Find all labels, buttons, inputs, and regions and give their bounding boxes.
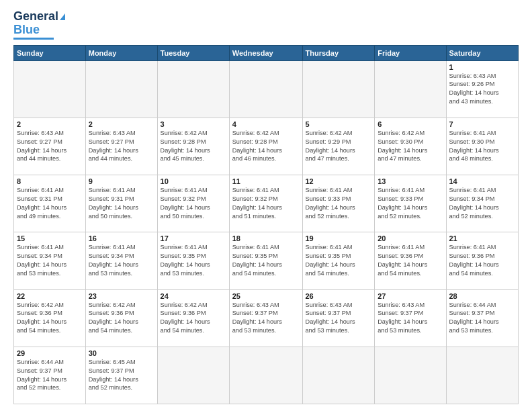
calendar-cell-empty [375, 347, 446, 404]
calendar-cell-25: 25Sunrise: 6:43 AMSunset: 9:37 PMDayligh… [229, 289, 302, 347]
calendar-cell-27: 27Sunrise: 6:43 AMSunset: 9:37 PMDayligh… [375, 289, 446, 347]
calendar-cell-17: 17Sunrise: 6:41 AMSunset: 9:35 PMDayligh… [157, 232, 229, 289]
col-header-thursday: Thursday [302, 45, 375, 60]
calendar-cell-empty [302, 347, 375, 404]
calendar-cell-10: 10Sunrise: 6:41 AMSunset: 9:32 PMDayligh… [157, 175, 229, 232]
calendar-cell-6: 6Sunrise: 6:42 AMSunset: 9:30 PMDaylight… [375, 118, 446, 175]
calendar-cell-26: 26Sunrise: 6:43 AMSunset: 9:37 PMDayligh… [302, 289, 375, 347]
calendar-cell-12: 12Sunrise: 6:41 AMSunset: 9:33 PMDayligh… [302, 175, 375, 232]
calendar-cell-24: 24Sunrise: 6:42 AMSunset: 9:36 PMDayligh… [157, 289, 229, 347]
calendar-cell-8: 8Sunrise: 6:41 AMSunset: 9:31 PMDaylight… [14, 175, 86, 232]
calendar-week-3: 8Sunrise: 6:41 AMSunset: 9:31 PMDaylight… [14, 175, 519, 232]
calendar-cell-13: 13Sunrise: 6:41 AMSunset: 9:33 PMDayligh… [375, 175, 446, 232]
calendar-cell-22: 22Sunrise: 6:42 AMSunset: 9:36 PMDayligh… [14, 289, 86, 347]
col-header-monday: Monday [85, 45, 157, 60]
calendar-cell-4: 4Sunrise: 6:42 AMSunset: 9:28 PMDaylight… [229, 118, 302, 175]
calendar-week-5: 22Sunrise: 6:42 AMSunset: 9:36 PMDayligh… [14, 289, 519, 347]
calendar-cell-29: 29Sunrise: 6:44 AMSunset: 9:37 PMDayligh… [14, 347, 86, 404]
calendar-cell-7: 7Sunrise: 6:41 AMSunset: 9:30 PMDaylight… [446, 118, 519, 175]
calendar-cell-empty [229, 60, 302, 118]
calendar-cell-15: 15Sunrise: 6:41 AMSunset: 9:34 PMDayligh… [14, 232, 86, 289]
calendar-cell-empty [302, 60, 375, 118]
calendar-body: 1Sunrise: 6:43 AMSunset: 9:26 PMDaylight… [14, 60, 519, 404]
calendar-week-1: 1Sunrise: 6:43 AMSunset: 9:26 PMDaylight… [14, 60, 519, 118]
calendar-cell-19: 19Sunrise: 6:41 AMSunset: 9:35 PMDayligh… [302, 232, 375, 289]
calendar-cell-30: 30Sunrise: 6:45 AMSunset: 9:37 PMDayligh… [85, 347, 157, 404]
calendar-cell-empty [157, 347, 229, 404]
col-header-wednesday: Wednesday [229, 45, 302, 60]
calendar-cell-23: 23Sunrise: 6:42 AMSunset: 9:36 PMDayligh… [85, 289, 157, 347]
calendar-cell-empty [229, 347, 302, 404]
calendar-cell-empty [85, 60, 157, 118]
calendar-cell-empty [375, 60, 446, 118]
calendar-cell-18: 18Sunrise: 6:41 AMSunset: 9:35 PMDayligh… [229, 232, 302, 289]
logo: General Blue [13, 10, 65, 40]
calendar-week-2: 2Sunrise: 6:43 AMSunset: 9:27 PMDaylight… [14, 118, 519, 175]
calendar-week-4: 15Sunrise: 6:41 AMSunset: 9:34 PMDayligh… [14, 232, 519, 289]
col-header-saturday: Saturday [446, 45, 519, 60]
calendar-cell-2: 2Sunrise: 6:43 AMSunset: 9:27 PMDaylight… [14, 118, 86, 175]
calendar-cell-21: 21Sunrise: 6:41 AMSunset: 9:36 PMDayligh… [446, 232, 519, 289]
col-header-friday: Friday [375, 45, 446, 60]
logo-triangle-icon [60, 13, 65, 20]
logo-text: General [13, 10, 58, 24]
calendar-cell-3: 3Sunrise: 6:42 AMSunset: 9:28 PMDaylight… [157, 118, 229, 175]
calendar-week-6: 29Sunrise: 6:44 AMSunset: 9:37 PMDayligh… [14, 347, 519, 404]
calendar-header: SundayMondayTuesdayWednesdayThursdayFrid… [14, 45, 519, 60]
col-header-tuesday: Tuesday [157, 45, 229, 60]
calendar-cell-5: 5Sunrise: 6:42 AMSunset: 9:29 PMDaylight… [302, 118, 375, 175]
col-header-sunday: Sunday [14, 45, 86, 60]
header: General Blue [13, 10, 519, 40]
calendar-cell-20: 20Sunrise: 6:41 AMSunset: 9:36 PMDayligh… [375, 232, 446, 289]
page: General Blue SundayMondayTuesdayWednesda… [0, 0, 532, 411]
calendar-cell-14: 14Sunrise: 6:41 AMSunset: 9:34 PMDayligh… [446, 175, 519, 232]
calendar-cell-empty [14, 60, 86, 118]
calendar-table: SundayMondayTuesdayWednesdayThursdayFrid… [13, 45, 519, 404]
calendar-cell-16: 16Sunrise: 6:41 AMSunset: 9:34 PMDayligh… [85, 232, 157, 289]
calendar-cell-28: 28Sunrise: 6:44 AMSunset: 9:37 PMDayligh… [446, 289, 519, 347]
calendar-cell-9: 9Sunrise: 6:41 AMSunset: 9:31 PMDaylight… [85, 175, 157, 232]
calendar-cell-empty [157, 60, 229, 118]
header-row: SundayMondayTuesdayWednesdayThursdayFrid… [14, 45, 519, 60]
calendar-cell-11: 11Sunrise: 6:41 AMSunset: 9:32 PMDayligh… [229, 175, 302, 232]
logo-underline [13, 38, 54, 40]
calendar-cell-1: 1Sunrise: 6:43 AMSunset: 9:26 PMDaylight… [446, 60, 519, 118]
logo-blue-text: Blue [13, 24, 40, 37]
calendar-cell-2: 2Sunrise: 6:43 AMSunset: 9:27 PMDaylight… [85, 118, 157, 175]
calendar-cell-empty [446, 347, 519, 404]
